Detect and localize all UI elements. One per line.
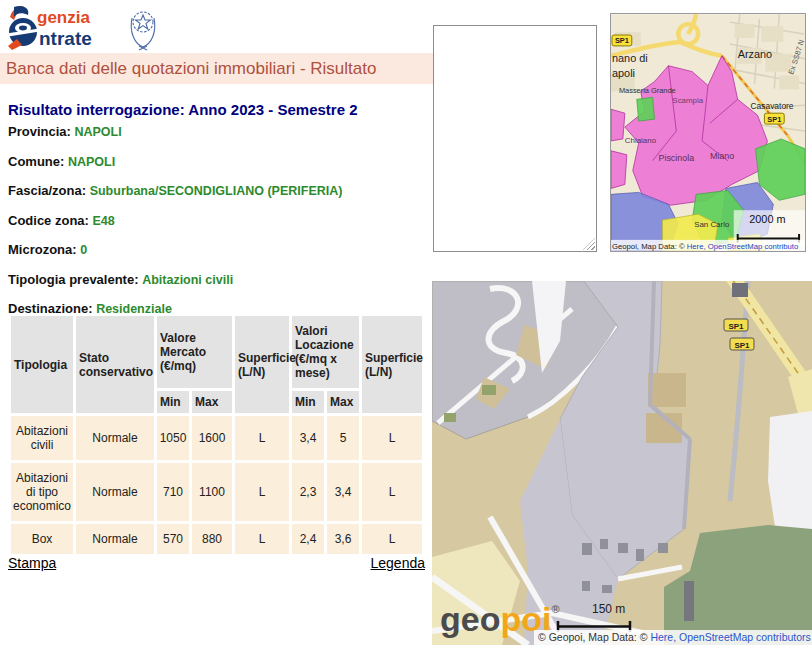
bigmap-attribution-text: © Geopoi, Map Data: [538, 631, 640, 643]
col-header-superficie-1: Superficie (L/N) [235, 316, 289, 413]
note-textarea[interactable] [433, 25, 597, 252]
bigmap-attribution-copy: © [640, 631, 651, 643]
label-arzano: Arzano [738, 48, 772, 60]
agenzia-glyph [8, 6, 38, 50]
result-fields: Provincia: NAPOLI Comune: NAPOLI Fascia/… [8, 124, 428, 331]
label-miano: Miano [710, 151, 734, 161]
cell-locazione-max: 3,6 [327, 524, 359, 554]
minimap-scale-label: 2000 m [749, 213, 785, 225]
field-label: Provincia: [8, 124, 74, 139]
italy-emblem-icon [131, 12, 155, 50]
col-header-tipologia: Tipologia [11, 316, 73, 413]
field-value: NAPOLI [68, 155, 115, 169]
cell-superficie-1: L [235, 524, 289, 554]
field-label: Fascia/zona: [8, 183, 90, 198]
map-dark-building-top [732, 283, 748, 297]
cell-superficie-2: L [362, 463, 422, 521]
agenzia-entrate-logo: genzia ntrate [6, 4, 166, 52]
cell-stato: Normale [76, 463, 154, 521]
field-codice-zona: Codice zona: E48 [8, 213, 428, 228]
result-heading-value: Anno 2023 - Semestre 2 [185, 101, 358, 118]
result-heading-label: Risultato interrogazione: [8, 101, 185, 118]
page-title: Banca dati delle quotazioni immobiliari … [0, 59, 376, 79]
minimap-attribution-link[interactable]: Here, OpenStreetMap contributo [687, 242, 799, 251]
page-title-bar: Banca dati delle quotazioni immobiliari … [0, 53, 433, 84]
cell-superficie-1: L [235, 463, 289, 521]
field-label: Tipologia prevalente: [8, 272, 142, 287]
cell-locazione-min: 2,4 [292, 524, 324, 554]
quotations-table: Tipologia Stato conservativo Valore Merc… [8, 313, 425, 557]
label-chiaiano: Chiaiano [625, 136, 657, 145]
sp1-badge-1: SP1 [724, 319, 748, 331]
cell-superficie-1: L [235, 416, 289, 460]
col-header-stato: Stato conservativo [76, 316, 154, 413]
cell-tipologia: Box [11, 524, 73, 554]
cell-stato: Normale [76, 524, 154, 554]
svg-text:SP1: SP1 [728, 322, 744, 331]
field-tipologia-prevalente: Tipologia prevalente: Abitazioni civili [8, 272, 428, 287]
cell-locazione-max: 3,4 [327, 463, 359, 521]
svg-text:SP1: SP1 [734, 341, 750, 350]
label-marano-2: apoli [612, 67, 635, 79]
map-green-patch-1 [482, 385, 496, 395]
cell-mercato-min: 1050 [157, 416, 189, 460]
label-masseria-grande: Masseria Grande [619, 86, 676, 95]
col-header-max-mercato: Max [192, 391, 232, 413]
brand-text-genzia: genzia [37, 8, 90, 27]
map-dark-building-bar [684, 581, 694, 621]
field-provincia: Provincia: NAPOLI [8, 124, 428, 139]
label-san-carlo: San Carlo [694, 220, 730, 229]
cell-tipologia: Abitazioni civili [11, 416, 73, 460]
field-value: NAPOLI [74, 125, 121, 139]
label-casavatore: Casavatore [751, 101, 794, 111]
svg-text:SP1: SP1 [615, 36, 629, 45]
footer-links: Stampa Legenda [8, 555, 425, 571]
brand-text-ntrate: ntrate [39, 28, 92, 49]
col-header-max-locazione: Max [327, 391, 359, 413]
bigmap-scale-label: 150 m [592, 602, 625, 616]
field-value: Abitazioni civili [142, 273, 233, 287]
svg-text:© Geopoi, Map Data: © Here, Op: © Geopoi, Map Data: © Here, OpenStreetMa… [538, 631, 811, 643]
cell-mercato-min: 710 [157, 463, 189, 521]
geopoi-logo-reg: ® [551, 603, 559, 615]
bigmap-attribution: © Geopoi, Map Data: © Here, OpenStreetMa… [534, 630, 812, 645]
map-white-region-right [768, 411, 812, 533]
result-heading: Risultato interrogazione: Anno 2023 - Se… [8, 101, 358, 118]
stampa-link[interactable]: Stampa [8, 555, 56, 571]
detail-map[interactable]: SP1 SP1 geopoi® 150 m © Geopoi, Map Data… [432, 281, 812, 645]
field-value: Suburbana/SECONDIGLIANO (PERIFERIA) [90, 184, 343, 198]
sp1-badge-right: SP1 [764, 113, 784, 124]
sp1-badge-top: SP1 [612, 35, 632, 46]
field-label: Codice zona: [8, 213, 93, 228]
col-header-min-locazione: Min [292, 391, 324, 413]
cell-stato: Normale [76, 416, 154, 460]
table-row: Abitazioni di tipo economico Normale 710… [11, 463, 422, 521]
sp1-badge-2: SP1 [730, 338, 754, 350]
table-row: Box Normale 570 880 L 2,4 3,6 L [11, 524, 422, 554]
map-green-patch-2 [444, 413, 456, 422]
cell-locazione-max: 5 [327, 416, 359, 460]
note-textarea-wrapper [433, 25, 597, 252]
field-fascia-zona: Fascia/zona: Suburbana/SECONDIGLIANO (PE… [8, 183, 428, 198]
minimap-attribution: Geopoi, Map Data: © Here, OpenStreetMap … [611, 240, 805, 251]
cell-superficie-2: L [362, 524, 422, 554]
col-header-min-mercato: Min [157, 391, 189, 413]
field-label: Microzona: [8, 242, 80, 257]
cell-mercato-max: 1100 [192, 463, 232, 521]
col-header-valori-locazione: Valori Locazione (€/mq x mese) [292, 316, 359, 388]
svg-text:Geopoi, Map Data: © Here, Open: Geopoi, Map Data: © Here, OpenStreetMap … [612, 242, 798, 251]
cell-locazione-min: 2,3 [292, 463, 324, 521]
map-courtyard-1 [648, 373, 686, 407]
legenda-link[interactable]: Legenda [370, 555, 425, 571]
cell-locazione-min: 3,4 [292, 416, 324, 460]
svg-text:SP1: SP1 [767, 115, 781, 124]
geopoi-logo-geo: geo [440, 600, 500, 638]
overview-map[interactable]: SP1 nano di apoli Arzano Masseria Grande… [610, 13, 806, 252]
cell-tipologia: Abitazioni di tipo economico [11, 463, 73, 521]
bigmap-attribution-link[interactable]: Here, OpenStreetMap contributors [650, 631, 811, 643]
cell-mercato-max: 880 [192, 524, 232, 554]
field-microzona: Microzona: 0 [8, 242, 428, 257]
label-piscinola: Piscinola [659, 153, 695, 163]
col-header-valore-mercato: Valore Mercato (€/mq) [157, 316, 232, 388]
cell-mercato-min: 570 [157, 524, 189, 554]
